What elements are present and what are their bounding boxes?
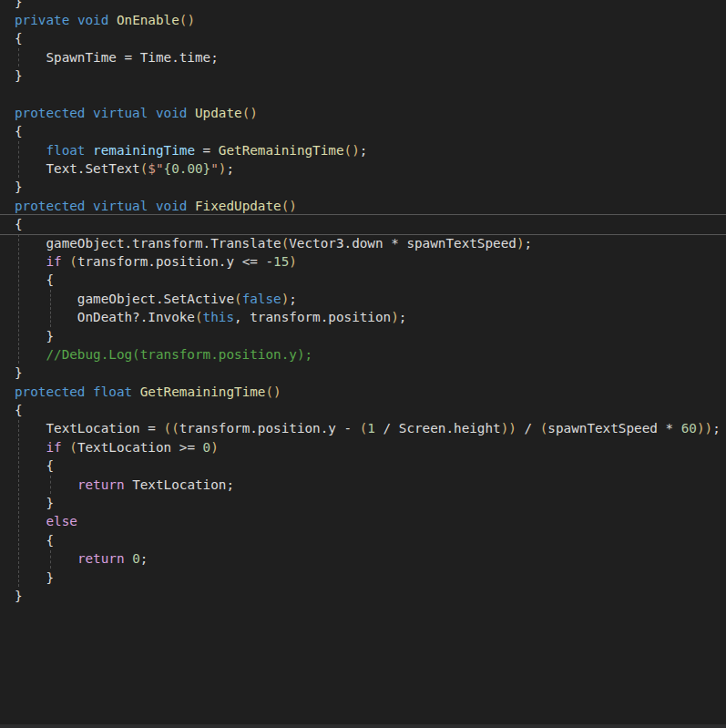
code-line[interactable]: {: [15, 456, 721, 475]
code-token-bracket: (): [179, 13, 195, 27]
code-token-keyword: virtual: [93, 199, 148, 213]
code-token-plain: gameObject.transform.Translate: [15, 236, 281, 251]
code-line[interactable]: protected virtual void Update(): [15, 104, 721, 122]
code-token-brace: {: [46, 458, 54, 473]
code-token-keyword: float: [46, 143, 85, 158]
code-token-plain: gameObject.SetActive: [15, 292, 234, 306]
code-token-plain: [15, 143, 46, 158]
code-line[interactable]: {: [15, 29, 721, 47]
code-token-keyword: false: [242, 292, 281, 306]
code-token-bracket: (: [69, 440, 77, 455]
code-token-bracket: ): [289, 254, 297, 269]
code-area[interactable]: }private void OnEnable(){ SpawnTime = Ti…: [15, 0, 721, 605]
code-token-bracket: (): [242, 106, 258, 120]
code-line[interactable]: float remainingTime = GetRemainingTime()…: [15, 141, 721, 159]
code-line[interactable]: }: [15, 569, 721, 587]
code-line[interactable]: //Debug.Log(transform.position.y);: [15, 345, 721, 364]
code-line[interactable]: [15, 85, 721, 103]
code-token-control: return: [77, 551, 125, 566]
code-line[interactable]: {: [15, 401, 721, 419]
code-line[interactable]: gameObject.transform.Translate(Vector3.d…: [15, 234, 721, 252]
code-token-plain: SpawnTime = Time.time;: [15, 50, 219, 65]
code-token-method: GetRemainingTime: [219, 143, 344, 158]
code-token-bracket: (): [344, 143, 360, 158]
code-token-bracket: (: [195, 310, 203, 324]
code-token-plain: [15, 254, 46, 269]
code-line[interactable]: Text.SetText($"{0.00}");: [15, 159, 721, 178]
code-line[interactable]: }: [15, 364, 721, 382]
code-line[interactable]: if (transform.position.y <= -15): [15, 252, 721, 271]
code-line[interactable]: else: [15, 512, 721, 530]
code-token-plain: ;: [289, 292, 297, 306]
code-line[interactable]: }: [15, 0, 721, 11]
code-line[interactable]: if (TextLocation >= 0): [15, 438, 721, 456]
code-token-plain: ;: [226, 161, 234, 176]
code-line[interactable]: protected float GetRemainingTime(): [15, 383, 721, 401]
code-line[interactable]: }: [15, 67, 721, 85]
code-line[interactable]: return 0;: [15, 549, 721, 568]
code-token-keyword: this: [203, 310, 234, 324]
code-line[interactable]: SpawnTime = Time.time;: [15, 48, 721, 67]
code-token-plain: [15, 533, 46, 548]
code-line[interactable]: }: [15, 494, 721, 512]
code-line[interactable]: OnDeath?.Invoke(this, transform.position…: [15, 308, 721, 326]
code-token-brace: }: [15, 0, 23, 9]
code-line[interactable]: {: [15, 122, 721, 140]
code-token-plain: [125, 551, 133, 566]
code-token-keyword: protected: [15, 199, 85, 213]
code-token-control: if: [46, 254, 61, 269]
code-token-brace: {: [15, 31, 23, 46]
code-token-number: 0: [132, 551, 140, 566]
code-token-plain: }: [15, 589, 23, 603]
code-token-string: $": [148, 161, 163, 176]
code-token-plain: [132, 385, 140, 399]
code-token-brace: }: [15, 68, 23, 83]
code-line[interactable]: private void OnEnable(): [15, 11, 721, 29]
code-token-string: ": [210, 161, 219, 176]
code-token-bracket: ): [391, 310, 399, 324]
code-token-plain: [62, 440, 70, 455]
code-line[interactable]: }: [15, 587, 721, 605]
code-token-control: return: [77, 477, 125, 492]
horizontal-scrollbar[interactable]: [0, 724, 726, 728]
code-token-plain: [108, 13, 117, 27]
code-token-plain: spawnTextSpeed *: [547, 421, 680, 436]
code-token-plain: [148, 106, 156, 120]
code-token-plain: [15, 458, 46, 473]
code-token-bracket: (): [265, 385, 281, 399]
code-line[interactable]: protected virtual void FixedUpdate(): [15, 197, 721, 215]
code-token-method: OnEnable: [117, 13, 179, 27]
code-line[interactable]: return TextLocation;: [15, 476, 721, 494]
code-token-brace: }: [46, 570, 54, 585]
code-line[interactable]: TextLocation = ((transform.position.y - …: [15, 419, 721, 437]
code-token-bracket: )): [501, 421, 516, 436]
code-line[interactable]: {: [15, 271, 721, 289]
code-editor[interactable]: }private void OnEnable(){ SpawnTime = Ti…: [0, 0, 726, 728]
code-token-plain: Vector3.down * spawnTextSpeed: [289, 236, 516, 251]
code-token-plain: transform.position.y <= -: [77, 254, 273, 269]
code-token-bracket: ): [281, 292, 290, 306]
code-token-plain: [187, 106, 195, 120]
code-token-plain: transform.position.y -: [179, 421, 360, 436]
code-token-keyword: void: [77, 13, 108, 27]
code-token-control: else: [46, 514, 77, 528]
code-token-brace: {: [46, 533, 54, 548]
code-token-bracket: )): [697, 421, 712, 436]
code-line[interactable]: gameObject.SetActive(false);: [15, 290, 721, 308]
code-token-plain: ;: [140, 551, 148, 566]
code-token-keyword: virtual: [93, 106, 148, 120]
code-token-method: FixedUpdate: [195, 199, 281, 213]
code-token-plain: ;: [525, 236, 533, 251]
code-token-method: Update: [195, 106, 242, 120]
code-token-keyword: void: [156, 199, 187, 213]
code-token-number: {0.00}: [164, 161, 211, 176]
code-token-plain: [85, 143, 93, 158]
code-line[interactable]: {: [15, 531, 721, 549]
code-line[interactable]: {: [15, 215, 721, 233]
code-token-plain: ;: [360, 143, 368, 158]
code-token-number: 60: [681, 421, 697, 436]
code-line[interactable]: }: [15, 178, 721, 196]
code-token-plain: [15, 477, 77, 492]
code-token-plain: /: [516, 421, 540, 436]
code-line[interactable]: }: [15, 327, 721, 345]
